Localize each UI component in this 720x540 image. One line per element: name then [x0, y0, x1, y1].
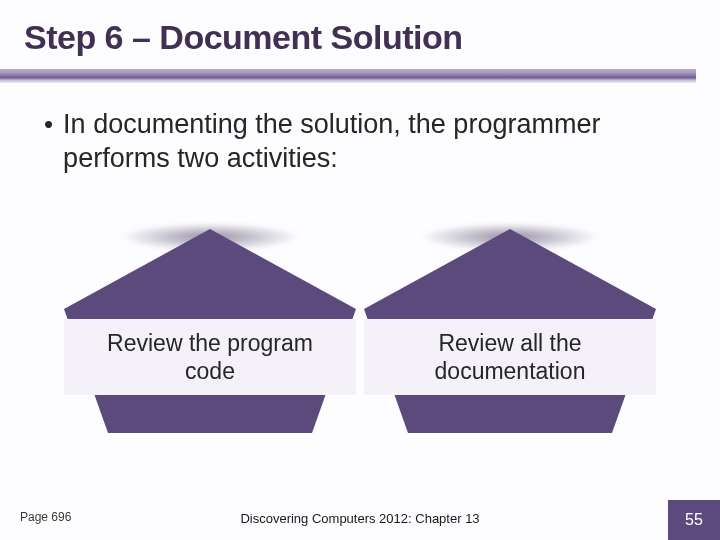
title-underline [0, 69, 696, 83]
shape-label-band: Review the program code [64, 319, 356, 395]
bullet-text: In documenting the solution, the program… [63, 107, 676, 175]
bullet-item: • In documenting the solution, the progr… [44, 107, 676, 175]
shape-label: Review all the documentation [364, 329, 656, 385]
page-reference: Page 696 [20, 510, 71, 524]
title-area: Step 6 – Document Solution [0, 0, 720, 63]
shapes-row: Review the program code Review all the d… [44, 175, 676, 433]
bullet-marker-icon: • [44, 107, 53, 141]
body-area: • In documenting the solution, the progr… [0, 83, 720, 433]
slide-number-badge: 55 [668, 500, 720, 540]
shape-label-band: Review all the documentation [364, 319, 656, 395]
slide-number: 55 [685, 511, 703, 529]
pentagon-shape: Review the program code [64, 223, 356, 433]
pentagon-shape: Review all the documentation [364, 223, 656, 433]
shape-label: Review the program code [64, 329, 356, 385]
slide-footer: Page 696 Discovering Computers 2012: Cha… [0, 492, 720, 540]
slide-title: Step 6 – Document Solution [24, 18, 696, 57]
chapter-label: Discovering Computers 2012: Chapter 13 [240, 511, 479, 526]
